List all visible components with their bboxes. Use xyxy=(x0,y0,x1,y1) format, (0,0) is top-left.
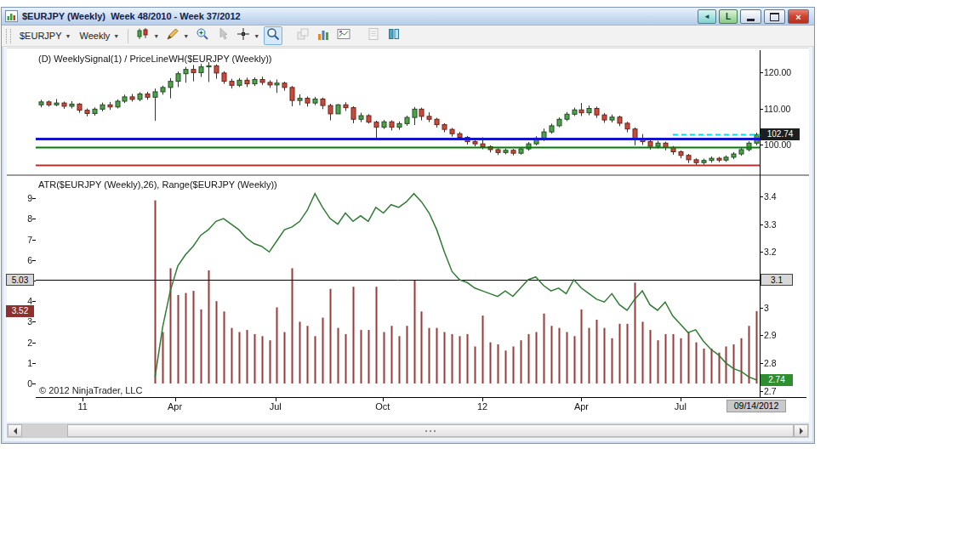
scroll-right-button[interactable] xyxy=(794,424,808,437)
panel-splitter[interactable] xyxy=(7,174,809,176)
toolbar-separator xyxy=(128,29,128,43)
grip-dot xyxy=(425,430,427,432)
pencil-icon xyxy=(166,27,179,44)
zoom-in-button[interactable] xyxy=(193,26,212,45)
bring-to-front-button[interactable] xyxy=(293,26,312,45)
magnifier-button[interactable] xyxy=(264,26,282,45)
grip-dot xyxy=(434,430,436,432)
arrow-left-icon xyxy=(14,428,17,435)
data-columns-button[interactable] xyxy=(385,26,403,45)
chart-toolbar: $EURJPY ▼ Weekly ▼ ▼▼▼ xyxy=(2,26,814,47)
notes-button[interactable] xyxy=(364,26,383,45)
horizontal-scrollbar[interactable] xyxy=(7,423,809,438)
data-grid-button[interactable] xyxy=(314,26,333,45)
link-button[interactable]: L xyxy=(719,9,738,24)
notepad-icon xyxy=(367,27,380,44)
desktop: { "window": { "title": "$EURJPY (Weekly)… xyxy=(0,0,980,551)
chart-style-button[interactable]: ▼ xyxy=(134,26,162,45)
title-bar[interactable]: $EURJPY (Weekly) Week 48/2010 - Week 37/… xyxy=(2,8,814,26)
window-title: $EURJPY (Weekly) Week 48/2010 - Week 37/… xyxy=(22,11,241,21)
layers-icon xyxy=(296,27,310,44)
instrument-label: $EURJPY xyxy=(20,31,62,41)
maximize-button[interactable] xyxy=(764,9,785,24)
crosshair-icon xyxy=(236,27,250,44)
chevron-down-icon: ▼ xyxy=(254,33,259,39)
pointer-button[interactable] xyxy=(214,26,232,45)
atr-panel-canvas[interactable] xyxy=(36,177,760,397)
chevron-down-icon: ▼ xyxy=(183,33,189,39)
minimize-icon xyxy=(747,19,755,21)
price-axis-line xyxy=(760,50,761,397)
chevron-down-icon: ▼ xyxy=(66,33,71,39)
columns-icon xyxy=(387,27,401,44)
maximize-icon xyxy=(770,13,779,21)
drawing-tools-button[interactable]: ▼ xyxy=(163,26,191,45)
interval-dropdown[interactable]: Weekly ▼ xyxy=(75,29,123,43)
grip-dot xyxy=(430,430,431,432)
chart-trader-button[interactable] xyxy=(334,26,353,45)
minimize-button[interactable] xyxy=(740,9,761,24)
price-chart-canvas[interactable] xyxy=(36,50,760,175)
scroll-left-button[interactable] xyxy=(8,424,22,437)
arrow-right-icon xyxy=(800,428,803,435)
bars-icon xyxy=(316,27,330,44)
toolbar-grip-handle[interactable] xyxy=(6,29,11,43)
instrument-dropdown[interactable]: $EURJPY ▼ xyxy=(15,29,75,43)
scrollbar-track[interactable] xyxy=(22,424,67,437)
chart-window: $EURJPY (Weekly) Week 48/2010 - Week 37/… xyxy=(1,7,815,444)
time-axis-line xyxy=(36,397,806,398)
magnifier-icon xyxy=(266,27,280,44)
chevron-down-icon: ▼ xyxy=(113,33,119,39)
pointer-icon xyxy=(216,27,230,44)
chart-image-icon xyxy=(337,27,350,44)
candles-icon xyxy=(136,27,150,44)
back-button[interactable]: ◄ xyxy=(698,9,716,24)
close-button[interactable]: × xyxy=(788,9,809,24)
crosshair-button[interactable]: ▼ xyxy=(234,26,262,45)
window-chart-icon xyxy=(5,10,18,22)
scrollbar-thumb[interactable] xyxy=(67,424,794,437)
interval-label: Weekly xyxy=(79,31,110,41)
zoom-in-icon xyxy=(196,27,209,44)
chevron-down-icon: ▼ xyxy=(153,33,159,39)
